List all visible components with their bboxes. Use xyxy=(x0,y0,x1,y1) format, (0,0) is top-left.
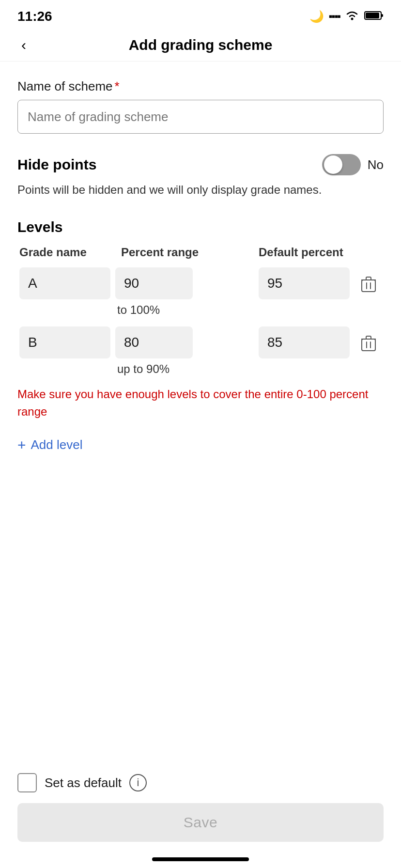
name-field-section: Name of scheme* xyxy=(17,79,384,134)
grade-input-1[interactable] xyxy=(19,267,110,299)
info-icon[interactable]: i xyxy=(129,774,147,791)
name-field-label: Name of scheme* xyxy=(17,79,384,94)
level-row-2: up to 90% xyxy=(17,326,384,376)
grade-input-2[interactable] xyxy=(19,326,110,358)
svg-rect-8 xyxy=(362,339,375,351)
status-time: 11:26 xyxy=(17,9,52,24)
percent-range-label-2: up to 90% xyxy=(115,362,259,376)
set-default-label: Set as default xyxy=(45,775,122,790)
hide-points-row: Hide points No xyxy=(17,154,384,175)
col-header-default: Default percent xyxy=(259,244,355,261)
battery-icon xyxy=(364,10,384,23)
hide-points-description: Points will be hidden and we will only d… xyxy=(17,181,384,199)
hide-points-label: Hide points xyxy=(17,156,96,173)
page-header: ‹ Add grading scheme xyxy=(0,29,401,62)
svg-point-0 xyxy=(351,18,354,20)
percent-input-1[interactable] xyxy=(115,267,193,299)
warning-text: Make sure you have enough levels to cove… xyxy=(17,386,384,420)
levels-section: Levels Grade name Percent range Default … xyxy=(17,219,384,456)
default-col-1 xyxy=(259,267,355,299)
moon-icon: 🌙 xyxy=(309,10,324,23)
percent-range-label-1: to 100% xyxy=(115,303,259,317)
svg-rect-2 xyxy=(381,14,383,17)
status-bar: 11:26 🌙 ▪▪▪▪ xyxy=(0,0,401,29)
toggle-container: No xyxy=(322,154,384,175)
bottom-section: Set as default i Save xyxy=(0,760,401,868)
required-asterisk: * xyxy=(115,79,120,93)
wifi-icon xyxy=(345,10,359,23)
delete-col-2 xyxy=(355,326,382,358)
col-header-percent: Percent range xyxy=(116,244,259,261)
back-button[interactable]: ‹ xyxy=(17,35,30,55)
status-icons: 🌙 ▪▪▪▪ xyxy=(309,10,384,23)
delete-col-1 xyxy=(355,267,382,299)
set-default-row: Set as default i xyxy=(17,773,384,792)
percent-col-1: to 100% xyxy=(110,267,259,317)
delete-row-1-button[interactable] xyxy=(358,273,379,299)
default-input-1[interactable] xyxy=(259,267,350,299)
svg-rect-3 xyxy=(366,13,379,18)
hide-points-toggle[interactable] xyxy=(322,154,361,175)
toggle-knob xyxy=(324,155,342,174)
default-col-2 xyxy=(259,326,355,358)
save-button[interactable]: Save xyxy=(17,803,384,842)
page-title: Add grading scheme xyxy=(129,37,273,53)
levels-header: Grade name Percent range Default percent xyxy=(17,244,384,261)
home-indicator xyxy=(152,857,249,861)
add-level-plus-icon: + xyxy=(17,437,26,453)
delete-row-2-button[interactable] xyxy=(358,332,379,358)
scheme-name-input[interactable] xyxy=(17,100,384,134)
levels-title: Levels xyxy=(17,219,384,235)
col-header-grade: Grade name xyxy=(19,244,116,261)
svg-rect-4 xyxy=(362,280,375,292)
add-level-label: Add level xyxy=(31,437,83,452)
default-input-2[interactable] xyxy=(259,326,350,358)
form-content: Name of scheme* Hide points No Points wi… xyxy=(0,62,401,456)
level-row-1: to 100% xyxy=(17,267,384,317)
percent-col-2: up to 90% xyxy=(110,326,259,376)
set-default-checkbox[interactable] xyxy=(17,773,37,792)
hide-points-section: Hide points No Points will be hidden and… xyxy=(17,154,384,199)
toggle-status: No xyxy=(368,157,384,172)
signal-icon: ▪▪▪▪ xyxy=(329,10,340,23)
percent-input-2[interactable] xyxy=(115,326,193,358)
add-level-button[interactable]: + Add level xyxy=(17,434,83,456)
